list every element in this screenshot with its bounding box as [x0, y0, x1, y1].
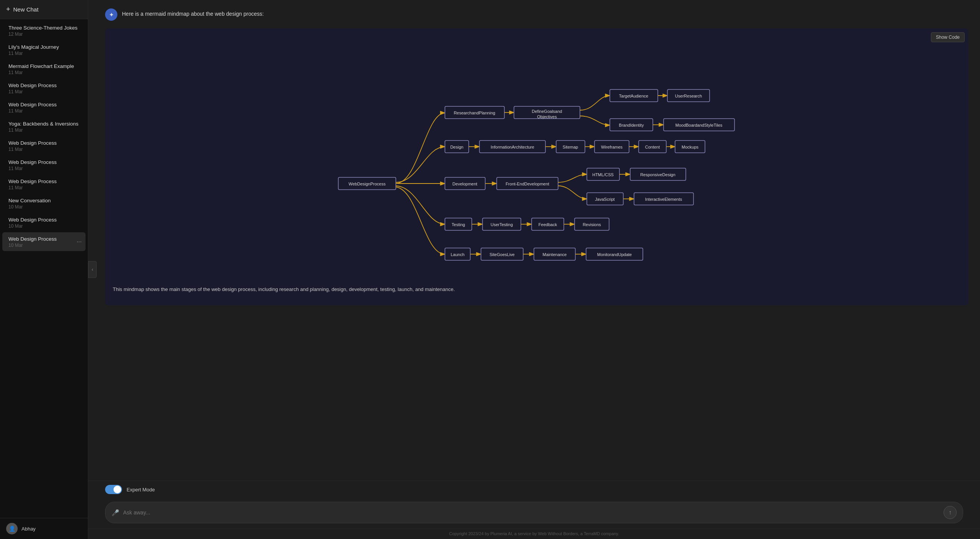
sidebar-item-item-3[interactable]: Mermaid Flowchart Example 11 Mar	[2, 60, 86, 78]
sidebar-item-title: Mermaid Flowchart Example	[8, 63, 79, 69]
main-content: ‹ ✦ Here is a mermaid mindmap about the …	[88, 0, 980, 539]
mic-icon[interactable]: 🎤	[112, 509, 119, 516]
message-header: ✦ Here is a mermaid mindmap about the we…	[105, 8, 968, 21]
mindmap-container: Show Code WebDesignProcess ResearchandP	[105, 28, 968, 305]
svg-text:Launch: Launch	[450, 252, 464, 257]
new-chat-button[interactable]: + New Chat	[0, 0, 88, 19]
message-block: ✦ Here is a mermaid mindmap about the we…	[105, 8, 968, 309]
show-code-button[interactable]: Show Code	[931, 32, 965, 42]
svg-text:Mockups: Mockups	[681, 145, 698, 149]
expert-mode-bar: Expert Mode	[88, 481, 980, 498]
svg-text:InteractiveElements: InteractiveElements	[645, 197, 682, 202]
sidebar-item-title: Three Science-Themed Jokes	[8, 25, 79, 31]
sidebar-item-title: Web Design Process	[8, 217, 79, 223]
svg-text:Front-EndDevelopment: Front-EndDevelopment	[506, 182, 549, 186]
sidebar-item-item-12[interactable]: Web Design Process 10 Mar ···	[2, 232, 86, 251]
svg-text:HTML/CSS: HTML/CSS	[592, 172, 614, 177]
sidebar-item-item-11[interactable]: Web Design Process 10 Mar	[2, 213, 86, 232]
sidebar-item-date: 11 Mar	[8, 185, 79, 190]
sidebar-item-date: 12 Mar	[8, 31, 79, 37]
sidebar-item-item-8[interactable]: Web Design Process 11 Mar	[2, 155, 86, 174]
svg-text:DefineGoalsand: DefineGoalsand	[532, 109, 562, 114]
sidebar-item-title: Web Design Process	[8, 236, 79, 242]
bot-avatar: ✦	[105, 8, 117, 21]
sidebar-item-date: 10 Mar	[8, 243, 79, 248]
svg-text:Design: Design	[450, 145, 463, 149]
svg-text:Content: Content	[645, 145, 660, 149]
user-name: Abhay	[21, 526, 36, 532]
mindmap-caption: This mindmap shows the main stages of th…	[113, 286, 961, 294]
sidebar-footer[interactable]: 👤 Abhay	[0, 518, 88, 539]
sidebar-item-item-5[interactable]: Web Design Process 11 Mar	[2, 98, 86, 117]
sidebar-list: Three Science-Themed Jokes 12 Mar Lily's…	[0, 19, 88, 518]
more-options-icon[interactable]: ···	[77, 238, 82, 245]
svg-text:WebDesignProcess: WebDesignProcess	[348, 182, 385, 186]
svg-text:Objectives: Objectives	[537, 114, 557, 119]
svg-text:Wireframes: Wireframes	[601, 145, 623, 149]
sidebar-item-item-6[interactable]: Yoga: Backbends & Inversions 11 Mar	[2, 117, 86, 136]
sidebar-item-title: Yoga: Backbends & Inversions	[8, 121, 79, 127]
sidebar-item-title: New Conversation	[8, 198, 79, 203]
sidebar-item-date: 10 Mar	[8, 204, 79, 210]
sidebar-item-item-7[interactable]: Web Design Process 11 Mar	[2, 136, 86, 155]
sidebar-item-item-9[interactable]: Web Design Process 11 Mar	[2, 175, 86, 193]
avatar: 👤	[6, 523, 18, 534]
footer: Copyright 2023/24 by Plumeria AI, a serv…	[88, 529, 980, 539]
sidebar-item-title: Web Design Process	[8, 83, 79, 88]
input-wrapper: 🎤 ↑	[105, 502, 963, 523]
svg-text:Revisions: Revisions	[583, 222, 601, 227]
svg-text:Sitemap: Sitemap	[562, 145, 578, 149]
sidebar-item-title: Web Design Process	[8, 179, 79, 184]
svg-text:ResearchandPlanning: ResearchandPlanning	[453, 111, 495, 115]
svg-text:UserTesting: UserTesting	[490, 222, 512, 227]
expert-mode-label: Expert Mode	[127, 487, 155, 493]
collapse-icon: ‹	[92, 267, 93, 272]
svg-text:Development: Development	[452, 182, 477, 186]
svg-text:ResponsiveDesign: ResponsiveDesign	[640, 172, 675, 177]
person-icon: 👤	[9, 526, 15, 532]
sidebar: + New Chat Three Science-Themed Jokes 12…	[0, 0, 88, 539]
svg-text:Maintenance: Maintenance	[542, 252, 567, 257]
sidebar-item-date: 10 Mar	[8, 223, 79, 229]
toggle-knob	[114, 486, 121, 493]
svg-text:MoodBoardandStyleTiles: MoodBoardandStyleTiles	[675, 123, 722, 127]
bot-icon: ✦	[109, 11, 114, 18]
sidebar-item-item-2[interactable]: Lily's Magical Journey 11 Mar	[2, 40, 86, 59]
sidebar-item-date: 11 Mar	[8, 108, 79, 114]
sidebar-item-item-4[interactable]: Web Design Process 11 Mar	[2, 79, 86, 98]
sidebar-item-title: Web Design Process	[8, 140, 79, 146]
sidebar-item-date: 11 Mar	[8, 147, 79, 152]
sidebar-item-item-1[interactable]: Three Science-Themed Jokes 12 Mar	[2, 21, 86, 40]
plus-icon: +	[6, 5, 10, 13]
svg-text:Feedback: Feedback	[538, 222, 557, 227]
bot-message-text: Here is a mermaid mindmap about the web …	[122, 8, 264, 18]
send-icon: ↑	[949, 509, 952, 516]
expert-mode-toggle[interactable]	[105, 485, 122, 494]
sidebar-item-date: 11 Mar	[8, 89, 79, 94]
send-button[interactable]: ↑	[944, 506, 957, 519]
svg-text:TargetAudience: TargetAudience	[619, 94, 648, 98]
svg-text:BrandIdentity: BrandIdentity	[619, 123, 644, 127]
chat-input[interactable]	[123, 509, 940, 516]
sidebar-item-title: Web Design Process	[8, 102, 79, 107]
svg-text:Testing: Testing	[451, 222, 465, 227]
svg-text:SiteGoesLive: SiteGoesLive	[489, 252, 514, 257]
sidebar-item-item-10[interactable]: New Conversation 10 Mar	[2, 194, 86, 213]
svg-text:JavaScript: JavaScript	[595, 197, 614, 202]
sidebar-item-date: 11 Mar	[8, 127, 79, 133]
svg-text:InformationArchitecture: InformationArchitecture	[491, 145, 534, 149]
new-chat-label: New Chat	[13, 6, 39, 13]
chat-area: ✦ Here is a mermaid mindmap about the we…	[88, 0, 980, 481]
sidebar-item-title: Lily's Magical Journey	[8, 44, 79, 50]
sidebar-item-date: 11 Mar	[8, 166, 79, 171]
svg-text:UserResearch: UserResearch	[675, 94, 702, 98]
sidebar-item-date: 11 Mar	[8, 70, 79, 75]
mindmap-svg: WebDesignProcess ResearchandPlanning Def…	[326, 36, 748, 282]
input-bar: 🎤 ↑	[88, 498, 980, 529]
sidebar-item-date: 11 Mar	[8, 51, 79, 56]
sidebar-item-title: Web Design Process	[8, 159, 79, 165]
footer-text: Copyright 2023/24 by Plumeria AI, a serv…	[449, 531, 619, 536]
svg-text:MonitorandUpdate: MonitorandUpdate	[597, 252, 632, 257]
collapse-sidebar-button[interactable]: ‹	[88, 261, 97, 278]
